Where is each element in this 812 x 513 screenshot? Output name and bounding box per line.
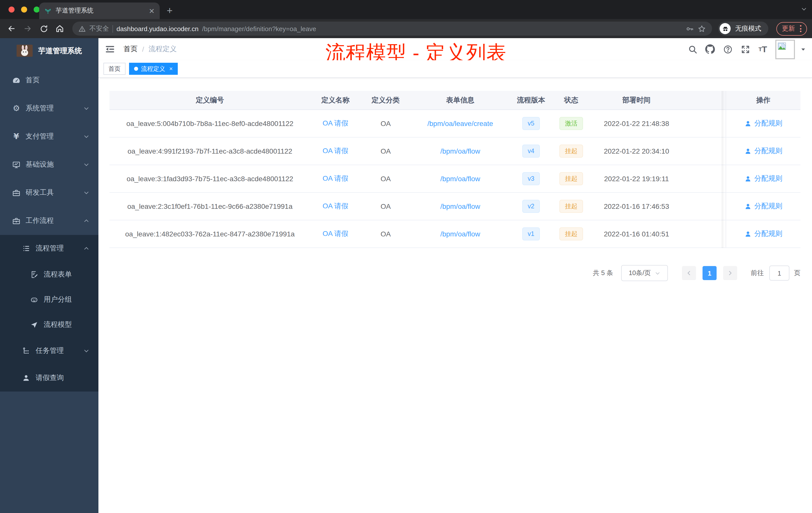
page-unit-label: 页	[794, 269, 801, 278]
definition-name-link[interactable]: OA 请假	[323, 147, 348, 156]
form-link[interactable]: /bpm/oa/flow	[440, 147, 480, 155]
security-warning-icon[interactable]	[78, 25, 86, 32]
url-divider	[113, 25, 113, 32]
monitor-icon	[12, 160, 21, 169]
font-size-icon[interactable]: TT	[758, 44, 768, 54]
new-tab-button[interactable]: +	[167, 5, 173, 17]
security-label: 不安全	[89, 24, 109, 33]
col-header-deploy-time: 部署时间	[590, 91, 683, 110]
page-number-current[interactable]: 1	[702, 266, 717, 280]
deploy-time: 2022-01-22 21:48:38	[590, 110, 683, 137]
sidebar-item-payment[interactable]: ¥ 支付管理	[0, 122, 98, 151]
sidebar-item-home[interactable]: 首页	[0, 66, 98, 94]
sidebar-item-system[interactable]: ⚙ 系统管理	[0, 94, 98, 122]
form-link[interactable]: /bpm/oa/flow	[440, 202, 480, 210]
col-header-actions: 操作	[726, 91, 801, 110]
definition-id: oa_leave:5:004b710b-7b8a-11ec-8ef0-acde4…	[110, 110, 310, 137]
user-icon	[744, 230, 752, 238]
status-badge: 挂起	[559, 228, 583, 240]
search-icon[interactable]	[688, 44, 697, 54]
status-badge: 激活	[559, 117, 583, 130]
user-icon	[22, 374, 31, 382]
main-panel: 定义编号 定义名称 定义分类 表单信息 流程版本 状态 部署时间 操作 oa_l…	[98, 78, 812, 513]
tab-close-icon[interactable]: ✕	[149, 7, 155, 14]
app-title: 芋道管理系统	[38, 46, 82, 56]
sidebar-item-leave-query[interactable]: 请假查询	[0, 364, 98, 392]
tab-search-chevron-icon[interactable]	[801, 6, 807, 12]
broken-image-icon	[777, 41, 787, 51]
tags-view: 首页 流程定义 ×	[98, 60, 812, 78]
chrome-update-button[interactable]: 更新	[776, 22, 807, 35]
goto-page-input[interactable]: 1	[769, 266, 789, 280]
sidebar-item-user-group[interactable]: 用户分组	[0, 287, 98, 312]
help-icon[interactable]	[723, 44, 733, 54]
definition-name-link[interactable]: OA 请假	[323, 202, 348, 211]
tag-label: 流程定义	[141, 64, 165, 73]
workflow-submenu: 流程管理 流程表单 用户分组	[0, 235, 98, 392]
window-zoom-button[interactable]	[34, 6, 40, 12]
breadcrumb-current: 流程定义	[149, 45, 177, 54]
toolbox-icon	[12, 188, 21, 197]
form-link[interactable]: /bpm/oa/leave/create	[427, 119, 493, 127]
reload-button[interactable]	[37, 22, 50, 35]
sidebar-item-devtools[interactable]: 研发工具	[0, 179, 98, 207]
github-icon[interactable]	[705, 44, 715, 54]
definition-name-link[interactable]: OA 请假	[323, 119, 348, 128]
tag-home[interactable]: 首页	[104, 63, 125, 75]
sidebar-item-workflow[interactable]: 工作流程	[0, 207, 98, 235]
tag-label: 首页	[109, 64, 120, 73]
assign-rule-button[interactable]: 分配规则	[744, 230, 782, 238]
page-size-select[interactable]: 10条/页	[621, 265, 668, 281]
fullscreen-icon[interactable]	[740, 44, 750, 54]
definition-category: OA	[360, 138, 411, 164]
avatar-caret-icon[interactable]	[801, 47, 806, 52]
breadcrumb-home[interactable]: 首页	[123, 45, 138, 54]
status-badge: 挂起	[559, 200, 583, 213]
browser-tab[interactable]: 芋道管理系统 ✕	[39, 2, 160, 19]
address-bar[interactable]: 不安全 dashboard.yudao.iocoder.cn /bpm/mana…	[72, 22, 712, 36]
table-row: oa_leave:3:1fad3d93-7b75-11ec-a3c8-acde4…	[110, 165, 801, 193]
password-key-icon[interactable]	[686, 24, 694, 33]
table-row: oa_leave:4:991f2193-7b7f-11ec-a3c8-acde4…	[110, 138, 801, 165]
window-minimize-button[interactable]	[21, 6, 27, 12]
sidebar-fold-icon[interactable]	[105, 44, 116, 55]
next-page-button[interactable]	[723, 266, 737, 280]
sidebar-item-infrastructure[interactable]: 基础设施	[0, 151, 98, 179]
form-link[interactable]: /bpm/oa/flow	[440, 230, 480, 238]
form-link[interactable]: /bpm/oa/flow	[440, 175, 480, 183]
chevron-down-icon	[655, 270, 660, 276]
forward-button[interactable]	[21, 22, 34, 35]
definition-id: oa_leave:1:482ec033-762a-11ec-8477-a2380…	[110, 220, 310, 247]
breadcrumb: 首页 / 流程定义	[123, 45, 177, 54]
user-icon	[744, 120, 752, 127]
definition-name-link[interactable]: OA 请假	[323, 230, 348, 238]
home-button[interactable]	[53, 22, 66, 35]
prev-page-button[interactable]	[682, 266, 696, 280]
definition-name-link[interactable]: OA 请假	[323, 174, 348, 183]
table-header-row: 定义编号 定义名称 定义分类 表单信息 流程版本 状态 部署时间 操作	[110, 91, 801, 110]
avatar[interactable]	[775, 39, 795, 59]
chrome-menu-icon[interactable]	[800, 25, 802, 32]
definition-id: oa_leave:4:991f2193-7b7f-11ec-a3c8-acde4…	[110, 138, 310, 164]
assign-rule-button[interactable]: 分配规则	[744, 147, 782, 156]
assign-rule-button[interactable]: 分配规则	[744, 174, 782, 183]
sidebar-item-task-management[interactable]: 任务管理	[0, 337, 98, 364]
assign-rule-button[interactable]: 分配规则	[744, 202, 782, 211]
page-size-value: 10条/页	[629, 269, 651, 278]
sidebar-item-label: 请假查询	[36, 373, 64, 383]
sidebar-item-process-model[interactable]: 流程模型	[0, 312, 98, 337]
tag-process-definition[interactable]: 流程定义 ×	[129, 63, 178, 75]
tag-close-icon[interactable]: ×	[169, 65, 173, 72]
pagination: 共 5 条 10条/页 1 前往 1 页	[110, 265, 801, 281]
header-actions: TT	[688, 39, 806, 59]
chevron-up-icon	[83, 245, 89, 251]
sidebar-item-process-management[interactable]: 流程管理	[0, 235, 98, 262]
paper-plane-icon	[30, 321, 39, 329]
sidebar-logo[interactable]: 芋道管理系统	[0, 38, 98, 63]
back-button[interactable]	[5, 22, 18, 35]
window-close-button[interactable]	[8, 6, 14, 12]
sidebar-item-process-form[interactable]: 流程表单	[0, 262, 98, 287]
assign-rule-button[interactable]: 分配规则	[744, 119, 782, 128]
chevron-down-icon	[83, 190, 89, 196]
bookmark-star-icon[interactable]	[697, 24, 706, 33]
